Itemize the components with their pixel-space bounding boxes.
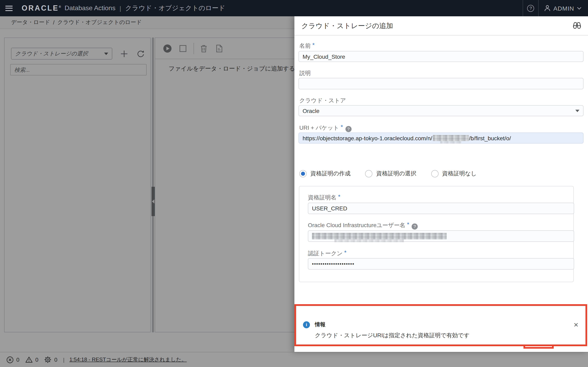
auth-token-label: 認証トークン*	[308, 250, 346, 257]
uri-bucket-label: URI + バケット*?	[299, 124, 352, 132]
warning-triangle-icon	[25, 356, 33, 363]
processes-count: 0	[54, 357, 57, 363]
annotation-info-box: i 情報 ✕ クラウド・ストレージURIは指定された資格証明で有効です	[294, 304, 587, 346]
workspace: データ・ロード / クラウド・オブジェクトのロード クラウド・ストレージの選択	[0, 16, 588, 367]
errors-counter[interactable]: 0	[7, 356, 19, 363]
name-input[interactable]	[298, 51, 584, 62]
info-icon: i	[303, 321, 310, 328]
radio-create-credential[interactable]: 資格証明の作成	[299, 170, 351, 177]
cloud-storage-select-placeholder: クラウド・ストレージの選択	[15, 50, 104, 57]
warnings-counter[interactable]: 0	[25, 356, 38, 363]
search-input[interactable]	[10, 64, 147, 75]
play-icon	[163, 44, 172, 53]
sql-log-button[interactable]	[214, 43, 224, 53]
uri-help-icon[interactable]: ?	[346, 126, 352, 132]
name-label: 名前*	[299, 42, 315, 50]
dialog-title: クラウド・ストレージの追加	[301, 21, 393, 31]
header-help-button[interactable]: ?	[523, 0, 538, 16]
credential-name-input[interactable]	[308, 203, 574, 214]
user-name: ADMIN	[553, 5, 574, 12]
info-title: 情報	[315, 321, 325, 328]
errors-count: 0	[16, 357, 19, 363]
stop-icon	[179, 45, 187, 52]
credential-mode-radio-group: 資格証明の作成 資格証明の選択 資格証明なし	[299, 170, 492, 177]
description-label: 説明	[299, 70, 311, 77]
user-icon	[544, 5, 550, 11]
required-asterisk: *	[338, 193, 340, 200]
delete-button[interactable]	[199, 43, 209, 53]
refresh-icon	[137, 50, 144, 58]
radio-unselected-icon	[365, 170, 373, 177]
screen: ORACLE® Database Actions | クラウド・オブジェクトのロ…	[0, 0, 588, 367]
cloud-storage-select[interactable]: クラウド・ストレージの選択	[11, 48, 112, 59]
redacted-username	[312, 233, 447, 239]
description-input[interactable]	[298, 78, 584, 89]
hamburger-menu-icon[interactable]	[5, 6, 13, 11]
oracle-logo: ORACLE®	[22, 4, 61, 12]
cloud-store-select[interactable]: Oracle	[298, 105, 584, 116]
cloud-store-label: クラウド・ストア	[299, 97, 346, 104]
status-bar: 0 0 0 | 1:54:18 - RESTコールが正常に解決されました。	[0, 352, 588, 367]
required-asterisk: *	[312, 42, 315, 48]
stop-button[interactable]	[178, 43, 188, 53]
binoculars-icon[interactable]	[572, 22, 581, 30]
radio-select-credential[interactable]: 資格証明の選択	[365, 170, 416, 177]
warnings-count: 0	[35, 357, 38, 363]
processes-counter[interactable]: 0	[44, 356, 57, 363]
add-cloud-storage-dialog: クラウド・ストレージの追加 名前* 説明	[294, 16, 588, 352]
breadcrumb-data-load-link[interactable]: データ・ロード	[11, 19, 50, 26]
credential-fieldset: 資格証明名* Oracle Cloud Infrastructureユーザー名*…	[299, 186, 574, 282]
auth-token-input[interactable]	[308, 258, 574, 269]
product-name: Database Actions	[65, 4, 115, 12]
run-button[interactable]	[163, 43, 172, 53]
help-circle-icon: ?	[527, 5, 534, 12]
panel-splitter	[152, 38, 154, 332]
radio-no-credential[interactable]: 資格証明なし	[431, 170, 476, 177]
trash-icon	[200, 44, 208, 52]
document-icon	[216, 44, 223, 52]
select-caret-icon	[575, 109, 579, 112]
oci-username-input[interactable]	[308, 230, 574, 242]
required-asterisk: *	[344, 249, 346, 256]
info-banner: i 情報 ✕ クラウド・ストレージURIは指定された資格証明で有効です	[296, 306, 586, 345]
status-divider: |	[63, 357, 65, 363]
uri-bucket-input[interactable]: https://objectstorage.ap-tokyo-1.oraclec…	[298, 133, 584, 143]
refresh-button[interactable]	[136, 49, 145, 58]
header-separator: |	[120, 5, 121, 12]
close-icon[interactable]: ✕	[573, 322, 579, 328]
redacted-namespace	[433, 135, 468, 141]
toolbar-divider	[194, 43, 194, 54]
splitter-collapse-handle[interactable]	[151, 187, 155, 216]
status-message-link[interactable]: 1:54:18 - RESTコールが正常に解決されました。	[69, 356, 187, 363]
app-header: ORACLE® Database Actions | クラウド・オブジェクトのロ…	[0, 0, 588, 16]
radio-unselected-icon	[431, 170, 438, 177]
uri-suffix: /b/first_bucket/o/	[469, 135, 511, 141]
required-asterisk: *	[407, 221, 409, 227]
dialog-header: クラウド・ストレージの追加	[294, 16, 588, 35]
page-title: クラウド・オブジェクトのロード	[125, 4, 225, 12]
uri-prefix: https://objectstorage.ap-tokyo-1.oraclec…	[303, 135, 432, 141]
info-message: クラウド・ストレージURIは指定された資格証明で有効です	[315, 332, 579, 339]
chevron-down-icon	[577, 7, 581, 9]
add-cloud-storage-button[interactable]	[120, 49, 129, 58]
required-asterisk: *	[341, 124, 343, 130]
oci-username-help-icon[interactable]: ?	[412, 224, 418, 230]
collapse-left-icon	[152, 200, 154, 203]
plus-icon	[121, 50, 128, 57]
radio-selected-icon	[299, 170, 307, 177]
error-circle-icon	[7, 356, 13, 363]
breadcrumb-current[interactable]: クラウド・オブジェクトのロード	[57, 19, 142, 26]
breadcrumb-separator: /	[53, 19, 55, 25]
select-caret-icon	[104, 52, 108, 55]
cloud-storage-panel: クラウド・ストレージの選択	[4, 38, 151, 332]
header-right: ? ADMIN	[523, 0, 588, 16]
cloud-store-value: Oracle	[303, 108, 575, 114]
credential-name-label: 資格証明名*	[308, 194, 340, 201]
empty-state-hint: ファイルをデータ・ロード・ジョブに追加するには	[169, 65, 307, 73]
oci-username-label: Oracle Cloud Infrastructureユーザー名*?	[308, 222, 418, 229]
gear-icon	[44, 356, 52, 363]
user-menu[interactable]: ADMIN	[539, 5, 588, 12]
